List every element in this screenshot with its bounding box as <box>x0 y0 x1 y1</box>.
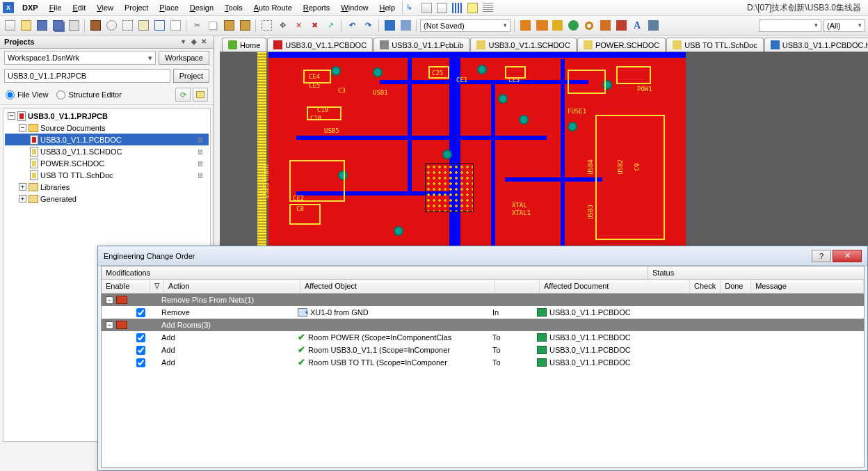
col-object[interactable]: Affected Object <box>300 280 495 293</box>
workspace-button[interactable]: Workspace <box>159 51 209 65</box>
tb-zoom-sel-icon[interactable] <box>152 19 166 33</box>
eco-titlebar[interactable]: Engineering Change Order ? ✕ <box>98 246 867 266</box>
tb-filter-combo[interactable]: (All) <box>823 19 865 32</box>
eco-enable-checkbox[interactable] <box>136 333 145 342</box>
panel-close-icon[interactable]: ✕ <box>201 38 209 46</box>
menu-autoroute[interactable]: Auto Route <box>248 1 298 14</box>
tb-poly-icon[interactable] <box>614 19 628 33</box>
tb-rect-icon[interactable] <box>598 19 612 33</box>
col-check[interactable]: Check <box>690 280 721 293</box>
menu-view[interactable]: View <box>91 1 119 14</box>
tb-copy-icon[interactable] <box>206 19 220 33</box>
col-enable[interactable]: Enable <box>102 280 150 293</box>
project-options-icon[interactable] <box>193 88 208 102</box>
tree-sch1[interactable]: USB3.0_V1.1.SCHDOC 🗎 <box>5 145 209 157</box>
eco-row-add-2[interactable]: Add ✔Room USB3.0_V1.1 (Scope=InComponer … <box>102 344 864 356</box>
refresh-project-icon[interactable]: ⟳ <box>175 88 191 102</box>
eco-group-add-rooms[interactable]: − Add Rooms(3) <box>102 319 864 331</box>
tb-route2-icon[interactable] <box>534 19 548 33</box>
project-input[interactable]: USB3.0_V1.1.PRJPCB <box>4 69 170 83</box>
tool-page-icon[interactable] <box>419 1 433 15</box>
tab-pcbdoc[interactable]: USB3.0_V1.1.PCBDOC <box>267 38 373 51</box>
tb-filter2-icon[interactable] <box>399 19 412 33</box>
tree-sch2[interactable]: POWER.SCHDOC 🗎 <box>5 157 209 169</box>
tool-list-icon[interactable] <box>435 1 449 15</box>
tb-zoom-in-icon[interactable] <box>104 19 118 33</box>
tool-grid-icon[interactable] <box>481 1 495 15</box>
tab-pcblib[interactable]: USB3.0_V1.1.PcbLib <box>373 38 469 51</box>
panel-dropdown-icon[interactable]: ▾ <box>182 38 190 46</box>
tb-route1-icon[interactable] <box>518 19 532 33</box>
tb-print-icon[interactable] <box>67 19 81 33</box>
expander-icon[interactable]: − <box>8 112 15 120</box>
tb-comp-icon[interactable] <box>646 19 660 33</box>
tab-sch2[interactable]: POWER.SCHDOC <box>577 38 666 51</box>
panel-pin-icon[interactable]: ◈ <box>191 38 200 46</box>
eco-enable-checkbox[interactable] <box>136 308 145 317</box>
tb-save-state-combo[interactable]: (Not Saved) <box>420 19 511 32</box>
tb-via-icon[interactable] <box>566 19 580 33</box>
menu-edit[interactable]: Edit <box>67 1 91 14</box>
structure-radio[interactable]: Structure Editor <box>56 90 121 99</box>
tree-root[interactable]: − USB3.0_V1.1.PRJPCB <box>5 110 209 122</box>
tool-align-icon[interactable] <box>450 1 464 15</box>
fileview-radio[interactable]: File View <box>6 90 48 99</box>
tree-generated[interactable]: + Generated <box>5 193 209 205</box>
eco-row-add-3[interactable]: Add ✔Room USB TO TTL (Scope=InComponer T… <box>102 356 864 369</box>
tab-sch1[interactable]: USB3.0_V1.1.SCHDOC <box>470 38 576 51</box>
tree-src[interactable]: − Source Documents <box>5 122 209 134</box>
tb-book-icon[interactable] <box>88 19 102 33</box>
col-sort-icon[interactable]: ∇ <box>150 280 164 293</box>
menu-place[interactable]: Place <box>154 1 184 14</box>
tab-home[interactable]: Home <box>222 38 266 51</box>
eco-group-remove-pins[interactable]: − Remove Pins From Nets(1) <box>102 294 864 306</box>
tb-deselect-icon[interactable]: ✕ <box>291 19 305 33</box>
expander-icon[interactable]: + <box>19 195 26 202</box>
tb-crossprobe-icon[interactable]: ↗ <box>323 19 337 33</box>
tab-sch3[interactable]: USB TO TTL.SchDoc <box>666 38 764 51</box>
expander-icon[interactable]: + <box>19 183 26 191</box>
project-button[interactable]: Project <box>173 69 209 83</box>
tb-donut-icon[interactable] <box>582 19 596 33</box>
tb-redo-icon[interactable]: ↷ <box>361 19 375 33</box>
eco-enable-checkbox[interactable] <box>136 346 145 355</box>
tb-open-icon[interactable] <box>19 19 33 33</box>
col-document[interactable]: Affected Document <box>540 280 690 293</box>
menu-design[interactable]: Design <box>184 1 219 14</box>
tb-zoom-fit-icon[interactable] <box>120 19 134 33</box>
fold-icon[interactable]: − <box>106 321 113 329</box>
tree-libraries[interactable]: + Libraries <box>5 181 209 193</box>
tree-pcbdoc[interactable]: USB3.0_V1.1.PCBDOC 🗎 <box>5 134 209 145</box>
col-action[interactable]: Action <box>164 280 300 293</box>
tb-cut-icon[interactable]: ✂ <box>190 19 204 33</box>
tb-undo-icon[interactable]: ↶ <box>345 19 359 33</box>
menu-help[interactable]: Help <box>373 1 401 14</box>
tree-sch3[interactable]: USB TO TTL.SchDoc 🗎 <box>5 169 209 181</box>
menu-window[interactable]: Window <box>335 1 373 14</box>
tb-zoom-win-icon[interactable] <box>136 19 150 33</box>
tb-save-icon[interactable] <box>35 19 49 33</box>
tb-text-icon[interactable]: A <box>630 19 644 33</box>
eco-close-button[interactable]: ✕ <box>833 250 862 262</box>
expander-icon[interactable]: − <box>19 124 26 131</box>
menu-tools[interactable]: Tools <box>219 1 248 14</box>
menu-dxp[interactable]: DXP <box>17 1 44 14</box>
tb-clear-icon[interactable]: ✖ <box>307 19 321 33</box>
eco-help-button[interactable]: ? <box>812 250 831 262</box>
menu-file[interactable]: File <box>44 1 67 14</box>
tb-move-icon[interactable]: ✥ <box>275 19 289 33</box>
tab-htm[interactable]: USB3.0_V1.1.PCBDOC.htm <box>764 38 868 51</box>
eco-enable-checkbox[interactable] <box>136 358 145 367</box>
col-message[interactable]: Message <box>751 280 864 293</box>
tool-note-icon[interactable] <box>465 1 479 15</box>
tb-saveall-icon[interactable] <box>51 19 65 33</box>
fold-icon[interactable]: − <box>106 296 113 304</box>
tb-refresh-icon[interactable] <box>168 19 182 33</box>
tool-curve-icon[interactable]: ↳ <box>404 1 418 15</box>
menu-reports[interactable]: Reports <box>298 1 336 14</box>
col-done[interactable]: Done <box>721 280 751 293</box>
tb-layer-combo[interactable] <box>759 19 821 32</box>
tb-filter1-icon[interactable] <box>383 19 396 33</box>
tb-paste-special-icon[interactable] <box>238 19 252 33</box>
pcb-board[interactable]: CE4 CE5 C3 C25 CE1 CE3 C19 C18 USB1 USB5… <box>268 52 686 261</box>
